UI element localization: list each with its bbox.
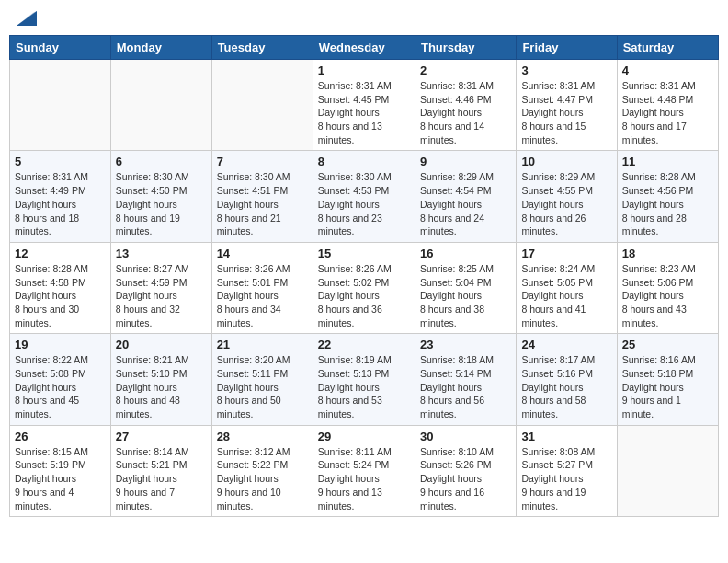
daylight-value: 8 hours and 28 minutes. [622, 213, 687, 237]
calendar-cell: 13Sunrise: 8:27 AMSunset: 4:59 PMDayligh… [110, 242, 211, 333]
calendar-week-row: 26Sunrise: 8:15 AMSunset: 5:19 PMDayligh… [10, 425, 719, 516]
day-info: Sunrise: 8:31 AMSunset: 4:47 PMDaylight … [521, 79, 611, 146]
day-info: Sunrise: 8:24 AMSunset: 5:05 PMDaylight … [521, 262, 611, 329]
daylight-label: Daylight hours [217, 199, 279, 210]
calendar-cell: 30Sunrise: 8:10 AMSunset: 5:26 PMDayligh… [415, 425, 516, 516]
weekday-header-friday: Friday [517, 36, 617, 60]
daylight-label: Daylight hours [521, 107, 583, 118]
calendar-week-row: 1Sunrise: 8:31 AMSunset: 4:45 PMDaylight… [10, 60, 719, 151]
day-number: 11 [622, 155, 713, 168]
daylight-label: Daylight hours [420, 382, 482, 393]
daylight-value: 8 hours and 45 minutes. [15, 395, 79, 419]
daylight-value: 9 hours and 7 minutes. [116, 487, 175, 511]
calendar-cell: 31Sunrise: 8:08 AMSunset: 5:27 PMDayligh… [517, 425, 617, 516]
daylight-label: Daylight hours [420, 107, 482, 118]
day-number: 31 [521, 430, 611, 443]
daylight-value: 9 hours and 19 minutes. [521, 487, 586, 511]
day-info: Sunrise: 8:30 AMSunset: 4:51 PMDaylight … [217, 170, 308, 237]
day-info: Sunrise: 8:30 AMSunset: 4:53 PMDaylight … [318, 170, 410, 237]
daylight-label: Daylight hours [318, 382, 380, 393]
day-number: 28 [217, 430, 308, 443]
daylight-value: 9 hours and 16 minutes. [420, 487, 484, 511]
day-number: 3 [521, 63, 611, 77]
daylight-value: 8 hours and 43 minutes. [622, 304, 687, 328]
day-number: 8 [318, 155, 410, 168]
logo-icon [17, 9, 37, 26]
calendar-cell [211, 60, 313, 151]
daylight-label: Daylight hours [521, 382, 583, 393]
day-info: Sunrise: 8:21 AMSunset: 5:10 PMDaylight … [116, 353, 207, 420]
calendar-cell: 24Sunrise: 8:17 AMSunset: 5:16 PMDayligh… [517, 334, 617, 425]
calendar-cell: 7Sunrise: 8:30 AMSunset: 4:51 PMDaylight… [211, 151, 313, 242]
daylight-label: Daylight hours [15, 199, 76, 210]
page-header [9, 9, 719, 28]
daylight-value: 9 hours and 1 minute. [622, 395, 681, 419]
calendar-cell: 29Sunrise: 8:11 AMSunset: 5:24 PMDayligh… [313, 425, 415, 516]
day-info: Sunrise: 8:31 AMSunset: 4:49 PMDaylight … [15, 170, 106, 237]
day-number: 12 [15, 247, 106, 260]
daylight-label: Daylight hours [622, 199, 684, 210]
day-number: 18 [622, 247, 713, 260]
calendar-cell: 21Sunrise: 8:20 AMSunset: 5:11 PMDayligh… [211, 334, 313, 425]
day-number: 5 [15, 155, 106, 168]
daylight-label: Daylight hours [318, 473, 380, 484]
day-number: 22 [318, 338, 410, 351]
day-info: Sunrise: 8:08 AMSunset: 5:27 PMDaylight … [521, 445, 611, 512]
daylight-value: 8 hours and 14 minutes. [420, 121, 484, 145]
daylight-label: Daylight hours [116, 199, 177, 210]
calendar-cell: 8Sunrise: 8:30 AMSunset: 4:53 PMDaylight… [313, 151, 415, 242]
daylight-value: 8 hours and 36 minutes. [318, 304, 382, 328]
day-number: 20 [116, 338, 207, 351]
day-number: 25 [622, 338, 713, 351]
day-number: 7 [217, 155, 308, 168]
daylight-label: Daylight hours [15, 382, 76, 393]
daylight-value: 8 hours and 18 minutes. [15, 213, 79, 237]
daylight-label: Daylight hours [116, 473, 177, 484]
day-info: Sunrise: 8:31 AMSunset: 4:46 PMDaylight … [420, 79, 511, 146]
calendar-cell: 26Sunrise: 8:15 AMSunset: 5:19 PMDayligh… [10, 425, 111, 516]
logo [15, 13, 37, 24]
day-info: Sunrise: 8:19 AMSunset: 5:13 PMDaylight … [318, 353, 410, 420]
calendar-cell: 27Sunrise: 8:14 AMSunset: 5:21 PMDayligh… [110, 425, 211, 516]
weekday-header-wednesday: Wednesday [313, 36, 415, 60]
day-number: 13 [116, 247, 207, 260]
day-info: Sunrise: 8:17 AMSunset: 5:16 PMDaylight … [521, 353, 611, 420]
daylight-label: Daylight hours [521, 199, 583, 210]
day-info: Sunrise: 8:10 AMSunset: 5:26 PMDaylight … [420, 445, 511, 512]
daylight-label: Daylight hours [15, 473, 76, 484]
daylight-label: Daylight hours [622, 107, 684, 118]
day-info: Sunrise: 8:30 AMSunset: 4:50 PMDaylight … [116, 170, 207, 237]
calendar-cell: 16Sunrise: 8:25 AMSunset: 5:04 PMDayligh… [415, 242, 516, 333]
calendar-cell: 12Sunrise: 8:28 AMSunset: 4:58 PMDayligh… [10, 242, 111, 333]
day-info: Sunrise: 8:27 AMSunset: 4:59 PMDaylight … [116, 262, 207, 329]
day-info: Sunrise: 8:14 AMSunset: 5:21 PMDaylight … [116, 445, 207, 512]
daylight-label: Daylight hours [217, 473, 279, 484]
calendar-cell: 6Sunrise: 8:30 AMSunset: 4:50 PMDaylight… [110, 151, 211, 242]
day-number: 23 [420, 338, 511, 351]
weekday-header-saturday: Saturday [617, 36, 718, 60]
day-info: Sunrise: 8:29 AMSunset: 4:54 PMDaylight … [420, 170, 511, 237]
weekday-header-row: SundayMondayTuesdayWednesdayThursdayFrid… [10, 36, 719, 60]
day-info: Sunrise: 8:31 AMSunset: 4:45 PMDaylight … [318, 79, 410, 146]
daylight-value: 8 hours and 21 minutes. [217, 213, 281, 237]
weekday-header-monday: Monday [110, 36, 211, 60]
day-number: 9 [420, 155, 511, 168]
calendar-week-row: 19Sunrise: 8:22 AMSunset: 5:08 PMDayligh… [10, 334, 719, 425]
daylight-label: Daylight hours [420, 473, 482, 484]
day-number: 10 [521, 155, 611, 168]
daylight-label: Daylight hours [217, 382, 279, 393]
calendar-cell: 5Sunrise: 8:31 AMSunset: 4:49 PMDaylight… [10, 151, 111, 242]
daylight-label: Daylight hours [15, 290, 76, 301]
daylight-label: Daylight hours [521, 473, 583, 484]
day-info: Sunrise: 8:29 AMSunset: 4:55 PMDaylight … [521, 170, 611, 237]
calendar-cell: 19Sunrise: 8:22 AMSunset: 5:08 PMDayligh… [10, 334, 111, 425]
day-number: 26 [15, 430, 106, 443]
day-info: Sunrise: 8:11 AMSunset: 5:24 PMDaylight … [318, 445, 410, 512]
daylight-value: 8 hours and 13 minutes. [318, 121, 382, 145]
day-info: Sunrise: 8:26 AMSunset: 5:02 PMDaylight … [318, 262, 410, 329]
calendar-cell: 17Sunrise: 8:24 AMSunset: 5:05 PMDayligh… [517, 242, 617, 333]
daylight-value: 8 hours and 34 minutes. [217, 304, 281, 328]
daylight-value: 8 hours and 15 minutes. [521, 121, 586, 145]
day-number: 29 [318, 430, 410, 443]
daylight-value: 8 hours and 38 minutes. [420, 304, 484, 328]
